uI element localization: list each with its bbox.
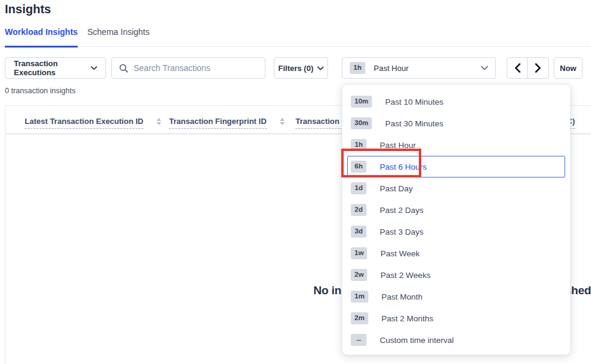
workload-type-select[interactable]: Transaction Executions <box>5 57 106 79</box>
dropdown-option-past-2-months[interactable]: 2m Past 2 Months <box>342 307 570 329</box>
dropdown-option-past-month[interactable]: 1m Past Month <box>342 286 570 307</box>
dropdown-option-past-2-days[interactable]: 2d Past 2 Days <box>342 199 570 221</box>
dropdown-option-past-30-minutes[interactable]: 30m Past 30 Minutes <box>342 113 570 134</box>
chevron-down-icon <box>317 66 324 70</box>
sort-icon[interactable] <box>156 118 161 129</box>
filters-button[interactable]: Filters (0) <box>274 57 328 79</box>
time-interval-value: Past Hour <box>374 64 409 73</box>
dropdown-option-past-10-minutes[interactable]: 10m Past 10 Minutes <box>342 91 570 113</box>
search-box[interactable] <box>111 57 265 79</box>
page-title: Insights <box>5 2 51 16</box>
search-icon <box>119 64 128 73</box>
dropdown-option-past-3-days[interactable]: 3d Past 3 Days <box>342 221 570 242</box>
dropdown-option-past-week[interactable]: 1w Past Week <box>342 242 570 264</box>
next-interval-button[interactable] <box>528 58 548 78</box>
chevron-down-icon <box>481 66 488 70</box>
tab-bar: Workload Insights Schema Insights <box>0 27 591 47</box>
filters-label: Filters (0) <box>278 64 314 73</box>
time-interval-dropdown: 10m Past 10 Minutes 30m Past 30 Minutes … <box>342 84 571 355</box>
chevron-right-icon <box>535 63 541 73</box>
now-label: Now <box>560 64 576 73</box>
chevron-down-icon <box>91 66 97 70</box>
dropdown-option-past-6-hours[interactable]: 6h Past 6 Hours <box>347 156 565 177</box>
dropdown-option-custom-time-interval[interactable]: -- Custom time interval <box>342 329 570 351</box>
previous-interval-button[interactable] <box>507 58 528 78</box>
dropdown-option-past-day[interactable]: 1d Past Day <box>342 177 570 199</box>
sort-icon[interactable] <box>280 118 285 129</box>
column-header-transaction-fingerprint-id[interactable]: Transaction Fingerprint ID <box>169 117 285 129</box>
insights-count: 0 transaction insights <box>5 87 75 95</box>
time-interval-select[interactable]: 1h Past Hour <box>342 57 496 79</box>
workload-type-value: Transaction Executions <box>14 59 91 77</box>
insights-page: Insights Workload Insights Schema Insigh… <box>0 0 591 364</box>
search-input[interactable] <box>134 63 258 73</box>
now-button[interactable]: Now <box>554 57 583 79</box>
dropdown-option-past-2-weeks[interactable]: 2w Past 2 Weeks <box>342 264 570 286</box>
column-header-latest-transaction-execution-id[interactable]: Latest Transaction Execution ID <box>25 117 161 129</box>
time-nav-arrows <box>507 57 549 79</box>
dropdown-option-past-hour[interactable]: 1h Past Hour <box>342 134 570 156</box>
tab-workload-insights[interactable]: Workload Insights <box>5 27 78 48</box>
time-interval-badge: 1h <box>350 62 365 74</box>
tab-schema-insights[interactable]: Schema Insights <box>87 27 150 47</box>
chevron-left-icon <box>515 63 521 73</box>
